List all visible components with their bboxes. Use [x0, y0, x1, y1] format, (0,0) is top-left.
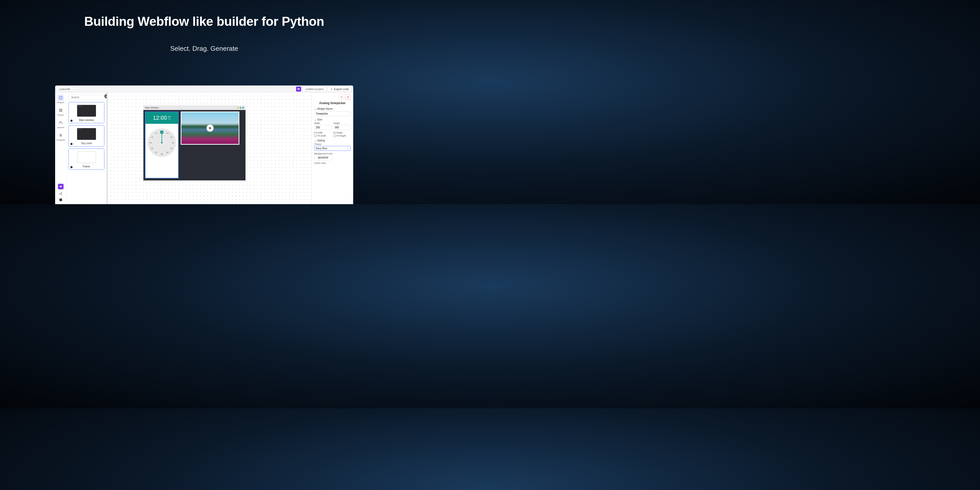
github-icon	[70, 143, 73, 145]
mock-titlebar: Main Window	[143, 105, 245, 110]
github-icon	[70, 119, 73, 122]
clock-number[interactable]: 04	[170, 147, 173, 150]
templates-icon	[58, 132, 64, 138]
canvas[interactable]: Main Window 12:00 AM PM 12	[107, 93, 311, 204]
clock-number[interactable]: 07	[155, 151, 158, 154]
svg-rect-2	[61, 109, 62, 110]
clock-number[interactable]: 06	[161, 153, 163, 155]
widget-panel: ✕ Main window Top Level Frame	[66, 93, 107, 204]
fit-height-checkbox[interactable]: Fit height	[333, 135, 351, 137]
undo-button[interactable]	[339, 94, 344, 100]
app-window: customtk untitled project Export code Wi…	[55, 86, 353, 204]
clock-number[interactable]: 10	[151, 136, 153, 138]
github-icon	[70, 166, 73, 169]
premium-icon[interactable]	[58, 184, 64, 189]
widget-card-frame[interactable]: Frame	[68, 148, 104, 170]
export-code-button[interactable]: Export code	[328, 86, 351, 92]
uploads-icon	[57, 120, 64, 126]
library-select[interactable]: customtk	[57, 87, 75, 91]
widget-card-top-level[interactable]: Top Level	[68, 125, 104, 146]
section-size[interactable]: Size	[314, 118, 351, 121]
svg-rect-0	[59, 97, 62, 99]
widget-card-main-window[interactable]: Main window	[68, 102, 104, 123]
svg-point-9	[70, 120, 73, 122]
svg-rect-3	[59, 110, 60, 111]
widget-thumb	[77, 151, 96, 163]
traffic-lights-icon	[237, 107, 244, 109]
height-input[interactable]	[333, 125, 351, 130]
clock-number[interactable]: 09	[150, 142, 152, 144]
topbar: customtk untitled project Export code	[55, 86, 353, 93]
svg-point-10	[70, 143, 73, 145]
timepicker-widget[interactable]: 12:00 AM PM 12 120102030405060708091011	[145, 111, 179, 178]
crown-icon[interactable]	[296, 86, 301, 92]
svg-point-7	[61, 194, 62, 195]
rail-widgets[interactable]: Widgets	[57, 95, 64, 103]
search-input[interactable]	[68, 95, 104, 100]
share-icon[interactable]	[59, 192, 62, 196]
video-widget[interactable]	[181, 111, 239, 145]
section-styling[interactable]: Styling	[314, 139, 351, 142]
bg-color-input[interactable]	[314, 156, 332, 160]
inspector-panel: Analog timepicker Widget Name Size Width…	[311, 93, 353, 204]
clock-face[interactable]: 12 120102030405060708091011	[148, 128, 176, 157]
book-icon[interactable]	[59, 198, 62, 202]
theme-select[interactable]: Navy Blue	[314, 146, 351, 151]
rail-plugins[interactable]: Plugins	[57, 107, 64, 116]
clock-number[interactable]: 08	[151, 147, 153, 150]
timepicker-header: 12:00 AM PM	[145, 112, 178, 124]
project-name[interactable]: untitled project	[303, 86, 327, 92]
svg-point-11	[70, 166, 73, 168]
width-input[interactable]	[314, 125, 332, 130]
widget-thumb	[77, 105, 96, 117]
clock-number[interactable]: 11	[155, 132, 158, 134]
rail-uploads[interactable]: Uploads	[57, 120, 64, 129]
hero-title: Building Webflow like builder for Python	[0, 14, 408, 29]
play-icon[interactable]	[207, 124, 213, 132]
mock-main-window[interactable]: Main Window 12:00 AM PM 12	[143, 105, 245, 180]
widgets-icon	[58, 95, 64, 101]
widget-thumb	[77, 128, 96, 140]
clock-number[interactable]: 01	[166, 132, 169, 134]
fit-width-checkbox[interactable]: Fit width	[314, 135, 332, 137]
svg-rect-4	[61, 110, 62, 111]
clock-center	[161, 142, 162, 143]
download-icon	[330, 88, 333, 90]
svg-rect-1	[59, 109, 60, 110]
inspector-title: Analog timepicker	[314, 101, 351, 105]
svg-point-6	[61, 192, 62, 193]
plugins-icon	[58, 107, 64, 113]
left-rail: Widgets Plugins Uploads Templates	[55, 93, 66, 204]
rail-templates[interactable]: Templates	[56, 132, 65, 141]
section-widget-name[interactable]: Widget Name	[314, 107, 351, 110]
svg-point-5	[59, 193, 60, 194]
clock-number[interactable]: 03	[172, 142, 174, 144]
hero-subtitle: Select. Drag. Generate	[0, 45, 408, 52]
clock-number[interactable]: 05	[166, 151, 169, 154]
delete-button[interactable]	[345, 94, 351, 100]
clock-number[interactable]: 12	[161, 130, 163, 133]
clock-number[interactable]: 02	[170, 136, 173, 138]
widget-name-input[interactable]	[314, 111, 351, 116]
